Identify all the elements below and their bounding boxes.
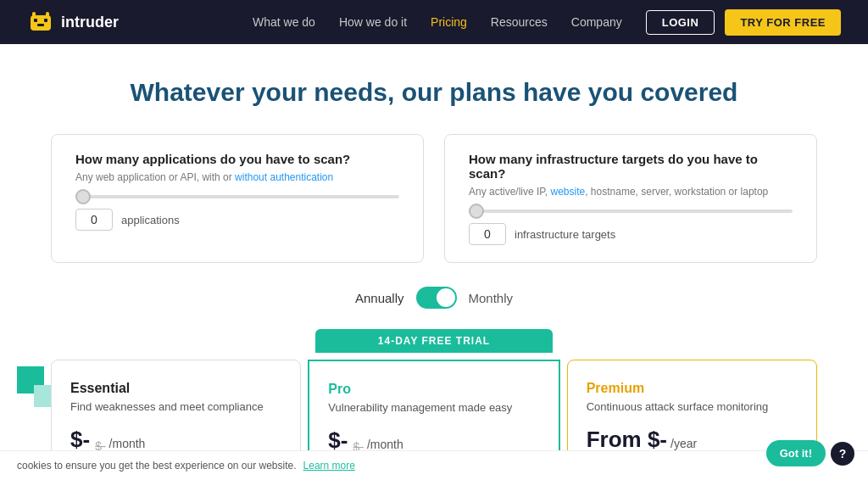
svg-rect-2 bbox=[44, 19, 47, 22]
premium-tier: Premium bbox=[587, 381, 798, 396]
pro-desc: Vulnerability management made easy bbox=[328, 400, 539, 416]
nav-how-we-do[interactable]: How we do it bbox=[339, 15, 407, 29]
apps-value-row: 0 applications bbox=[75, 209, 399, 231]
infra-slider-subtitle: Any active/live IP, website, hostname, s… bbox=[469, 186, 793, 198]
premium-price-unit: /year bbox=[670, 437, 697, 450]
try-for-free-button[interactable]: TRY FOR FREE bbox=[725, 9, 841, 36]
svg-rect-1 bbox=[34, 19, 37, 22]
pro-price-unit: /month bbox=[367, 438, 403, 451]
infra-slider-thumb[interactable] bbox=[469, 204, 484, 219]
help-question-icon[interactable]: ? bbox=[831, 442, 854, 466]
cookie-bar: cookies to ensure you get the best exper… bbox=[0, 450, 868, 480]
brand-name: intruder bbox=[61, 14, 119, 31]
infra-slider-title: How many infrastructure targets do you h… bbox=[469, 152, 793, 181]
essential-price-main: $- bbox=[70, 427, 90, 453]
essential-price: $- $- /month bbox=[70, 427, 281, 453]
svg-rect-3 bbox=[37, 24, 44, 26]
nav-resources[interactable]: Resources bbox=[491, 15, 548, 29]
apps-slider-track[interactable] bbox=[75, 195, 399, 198]
nav-links: What we do How we do it Pricing Resource… bbox=[253, 14, 622, 30]
apps-slider-title: How many applications do you have to sca… bbox=[75, 152, 399, 166]
pro-trial-badge: 14-DAY FREE TRIAL bbox=[315, 329, 553, 353]
logo[interactable]: intruder bbox=[27, 8, 119, 36]
cookie-learn-more[interactable]: Learn more bbox=[303, 460, 355, 472]
annually-label: Annually bbox=[355, 291, 404, 305]
premium-price-main: From $- bbox=[587, 427, 667, 453]
login-button[interactable]: LOGIN bbox=[646, 10, 715, 35]
page-headline: Whatever your needs, our plans have you … bbox=[51, 78, 817, 107]
sliders-row: How many applications do you have to sca… bbox=[51, 134, 817, 263]
navbar: intruder What we do How we do it Pricing… bbox=[0, 0, 868, 44]
help-widget: Got it! ? bbox=[766, 440, 854, 466]
got-it-button[interactable]: Got it! bbox=[766, 440, 826, 466]
infra-slider-card: How many infrastructure targets do you h… bbox=[444, 134, 817, 263]
essential-tier: Essential bbox=[70, 381, 281, 396]
infra-website-link[interactable]: website bbox=[551, 186, 586, 198]
billing-toggle[interactable] bbox=[416, 287, 457, 309]
infra-value-row: 0 infrastructure targets bbox=[469, 223, 793, 245]
apps-value-box[interactable]: 0 bbox=[75, 209, 113, 231]
infra-unit-label: infrastructure targets bbox=[515, 228, 615, 241]
nav-what-we-do[interactable]: What we do bbox=[253, 15, 315, 29]
svg-rect-5 bbox=[46, 12, 49, 17]
apps-slider-thumb[interactable] bbox=[75, 189, 91, 204]
apps-slider-card: How many applications do you have to sca… bbox=[51, 134, 424, 263]
apps-unit-label: applications bbox=[121, 214, 180, 226]
billing-toggle-row: Annually Monthly bbox=[51, 287, 817, 309]
svg-rect-0 bbox=[31, 15, 51, 31]
pro-tier: Pro bbox=[328, 382, 539, 397]
nav-buttons: LOGIN TRY FOR FREE bbox=[646, 9, 841, 36]
svg-rect-4 bbox=[32, 12, 36, 17]
infra-slider-track[interactable] bbox=[469, 209, 793, 213]
essential-desc: Find weaknesses and meet compliance bbox=[70, 399, 281, 415]
nav-company[interactable]: Company bbox=[571, 15, 622, 29]
apps-slider-subtitle: Any web application or API, with or with… bbox=[75, 171, 399, 183]
nav-pricing[interactable]: Pricing bbox=[431, 15, 467, 29]
cookie-text: cookies to ensure you get the best exper… bbox=[17, 460, 297, 472]
infra-value-box[interactable]: 0 bbox=[469, 223, 506, 245]
premium-desc: Continuous attack surface monitoring bbox=[587, 399, 798, 415]
toggle-knob bbox=[437, 288, 455, 307]
monthly-label: Monthly bbox=[469, 291, 514, 305]
essential-price-unit: /month bbox=[109, 437, 146, 450]
apps-auth-link[interactable]: without authentication bbox=[235, 171, 333, 183]
